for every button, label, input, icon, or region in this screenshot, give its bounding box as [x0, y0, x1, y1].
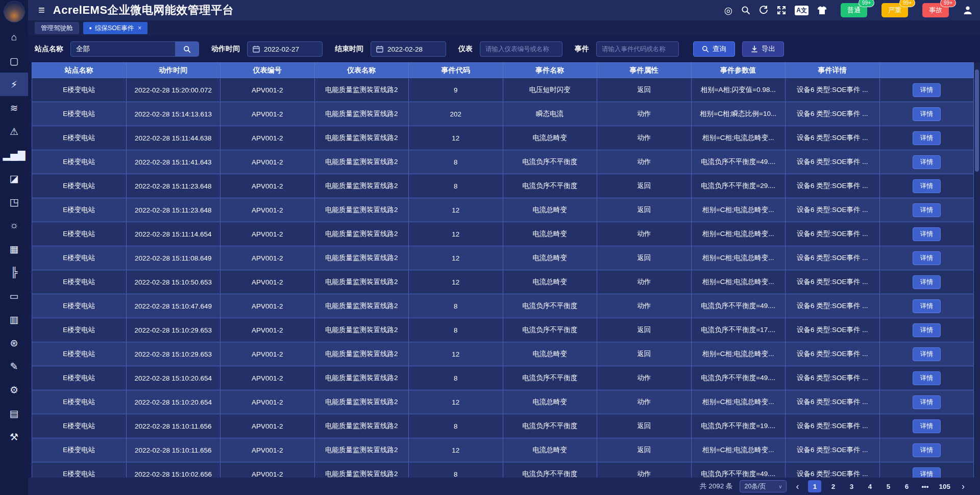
sidebar-item-grid[interactable]: ▦ — [0, 237, 28, 261]
sidebar-item-alarm[interactable]: ⚠ — [0, 120, 28, 143]
sidebar-item-alarm-light[interactable]: ⊛ — [0, 331, 28, 355]
detail-button[interactable]: 详情 — [913, 419, 941, 433]
download-icon — [751, 45, 758, 53]
fullscreen-icon[interactable] — [777, 6, 786, 15]
cell-meter-code: APV001-2 — [220, 294, 315, 318]
cell-event-name: 瞬态电流 — [503, 102, 597, 126]
detail-button[interactable]: 详情 — [913, 227, 941, 241]
query-button[interactable]: 查询 — [693, 41, 735, 57]
sidebar-item-panel[interactable]: ▭ — [0, 284, 28, 308]
page-105[interactable]: 105 — [937, 480, 952, 492]
sidebar-item-monitor[interactable]: ▢ — [0, 49, 28, 73]
refresh-icon[interactable] — [759, 6, 768, 15]
sidebar-item-edit[interactable]: ✎ — [0, 355, 28, 378]
end-date-value: 2022-02-28 — [387, 45, 423, 53]
sidebar-item-home[interactable]: ⌂ — [0, 26, 28, 49]
detail-button[interactable]: 详情 — [913, 443, 941, 457]
cell-site: E楼变电站 — [32, 366, 127, 390]
export-button[interactable]: 导出 — [742, 41, 784, 57]
detail-button[interactable]: 详情 — [913, 323, 941, 337]
detail-button[interactable]: 详情 — [913, 347, 941, 361]
cell-action: 详情 — [879, 462, 974, 478]
search-icon[interactable] — [741, 6, 750, 15]
sidebar-item-device[interactable]: ╠ — [0, 261, 28, 284]
cell-event-attr: 动作 — [597, 462, 692, 478]
sidebar-item-area-chart[interactable]: ◪ — [0, 167, 28, 190]
page-4[interactable]: 4 — [863, 480, 876, 492]
site-search-button[interactable] — [175, 42, 199, 56]
help-lifebuoy-icon[interactable]: ◎ — [724, 6, 733, 15]
page-ellipsis[interactable]: ••• — [918, 480, 932, 492]
translate-icon[interactable]: A文 — [795, 6, 808, 15]
tab-bar: 管理驾驶舱●综保SOE事件× — [28, 20, 980, 36]
sidebar-item-bar-chart[interactable]: ▂▅▇ — [0, 143, 28, 167]
screen-gear-icon: ⚙ — [10, 384, 18, 396]
site-select[interactable]: 全部 — [70, 41, 199, 57]
sidebar: ⌂▢⚡≋⚠▂▅▇◪◳☼▦╠▭▥⊛✎⚙▤⚒ — [0, 0, 28, 495]
cell-meter-code: APV001-2 — [220, 198, 315, 222]
detail-button[interactable]: 详情 — [913, 107, 941, 121]
alarm-icon: ⚠ — [10, 126, 18, 137]
sidebar-item-screen-chart[interactable]: ◳ — [0, 190, 28, 214]
end-date-input[interactable]: 2022-02-28 — [371, 41, 446, 57]
cell-event-attr: 返回 — [597, 414, 692, 438]
user-icon[interactable] — [963, 5, 973, 15]
event-input[interactable] — [596, 41, 679, 57]
detail-button[interactable]: 详情 — [913, 131, 941, 145]
detail-button[interactable]: 详情 — [913, 83, 941, 97]
sidebar-item-tools[interactable]: ⚒ — [0, 425, 28, 449]
cell-action: 详情 — [879, 342, 974, 366]
tab-1[interactable]: ●综保SOE事件× — [83, 22, 148, 34]
sidebar-item-screen-gear[interactable]: ⚙ — [0, 378, 28, 402]
avatar[interactable] — [4, 1, 25, 22]
cell-event-attr: 动作 — [597, 390, 692, 414]
chevron-down-icon: ∨ — [778, 484, 782, 489]
cell-meter-code: APV001-2 — [220, 102, 315, 126]
sidebar-item-bulb[interactable]: ☼ — [0, 214, 28, 237]
topbar: ≡ AcrelEMS企业微电网能效管理平台 ◎ A文 普通99+严重99+事故9… — [28, 0, 980, 20]
calendar-icon — [253, 45, 260, 53]
cell-event-attr: 动作 — [597, 150, 692, 174]
detail-button[interactable]: 详情 — [913, 371, 941, 385]
sidebar-item-power[interactable]: ⚡ — [0, 73, 28, 96]
page-1[interactable]: 1 — [808, 480, 821, 492]
page-2[interactable]: 2 — [826, 480, 840, 492]
cell-event-name: 电流总畸变 — [503, 390, 597, 414]
page-6[interactable]: 6 — [900, 480, 913, 492]
cell-meter-name: 电能质量监测装置线路2 — [314, 246, 409, 270]
tab-close-icon[interactable]: × — [138, 25, 141, 32]
page-size-select[interactable]: 20条/页 ∨ — [740, 480, 787, 492]
detail-button[interactable]: 详情 — [913, 275, 941, 289]
cell-action: 详情 — [879, 270, 974, 294]
sidebar-item-cabinet[interactable]: ▥ — [0, 308, 28, 331]
start-date-input[interactable]: 2022-02-27 — [247, 41, 323, 57]
cell-time: 2022-02-28 15:10:29.653 — [126, 318, 220, 342]
meter-input[interactable] — [480, 41, 562, 57]
theme-shirt-icon[interactable] — [817, 6, 827, 15]
detail-button[interactable]: 详情 — [913, 467, 941, 478]
detail-button[interactable]: 详情 — [913, 179, 941, 193]
scrollbar-thumb[interactable] — [975, 69, 979, 172]
detail-button[interactable]: 详情 — [913, 395, 941, 409]
page-5[interactable]: 5 — [881, 480, 895, 492]
detail-button[interactable]: 详情 — [913, 251, 941, 265]
detail-button[interactable]: 详情 — [913, 155, 941, 169]
cell-meter-code: APV001-2 — [220, 342, 315, 366]
tab-0[interactable]: 管理驾驶舱 — [35, 22, 79, 34]
detail-button[interactable]: 详情 — [913, 299, 941, 313]
table-row: E楼变电站2022-02-28 15:10:20.654APV001-2电能质量… — [32, 366, 974, 390]
cell-event-detail: 设备6 类型:SOE事件 ... — [786, 462, 880, 478]
hamburger-icon[interactable]: ≡ — [38, 5, 45, 16]
vertical-scrollbar[interactable] — [974, 62, 980, 478]
table-row: E楼变电站2022-02-28 15:10:29.653APV001-2电能质量… — [32, 342, 974, 366]
sidebar-item-document[interactable]: ▤ — [0, 402, 28, 425]
cell-meter-code: APV001-2 — [220, 174, 315, 198]
detail-button[interactable]: 详情 — [913, 203, 941, 217]
next-page-button[interactable]: › — [960, 482, 967, 491]
prev-page-button[interactable]: ‹ — [794, 482, 801, 491]
sidebar-item-wave-chart[interactable]: ≋ — [0, 96, 28, 120]
cell-event-detail: 设备6 类型:SOE事件 ... — [786, 174, 880, 198]
page-3[interactable]: 3 — [845, 480, 858, 492]
cell-meter-name: 电能质量监测装置线路2 — [314, 342, 409, 366]
cell-event-code: 12 — [409, 270, 503, 294]
